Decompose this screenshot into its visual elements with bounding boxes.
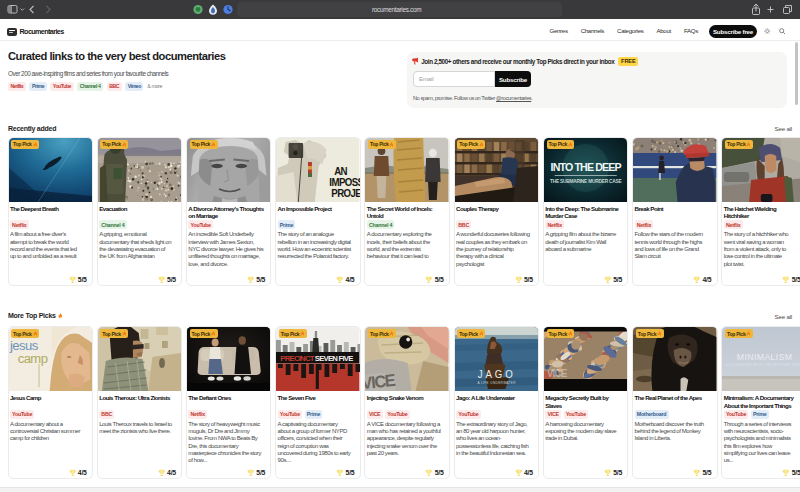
svg-text:VICE: VICE — [547, 368, 568, 379]
svg-text:VICE: VICE — [365, 370, 397, 391]
svg-text:MINIMALISM: MINIMALISM — [737, 352, 793, 362]
svg-text:A DOCUMENTARY ABOUT THE IMPORT: A DOCUMENTARY ABOUT THE IMPORTANT THINGS — [726, 363, 800, 367]
svg-text:IMPOSSI: IMPOSSI — [330, 176, 360, 187]
svg-text:SEVEN FIVE: SEVEN FIVE — [315, 354, 353, 363]
svg-text:PRECINCT: PRECINCT — [281, 354, 315, 363]
svg-text:AN: AN — [334, 165, 347, 176]
svg-text:THE SUBMARINE MURDER CASE: THE SUBMARINE MURDER CASE — [550, 178, 622, 183]
svg-text:INTO THE DEEP: INTO THE DEEP — [550, 161, 621, 173]
svg-text:JAGO: JAGO — [477, 369, 515, 380]
svg-text:A LIFE UNDERWATER: A LIFE UNDERWATER — [477, 381, 516, 385]
svg-text:PROJEC: PROJEC — [331, 187, 359, 198]
svg-text:camp: camp — [17, 351, 47, 366]
